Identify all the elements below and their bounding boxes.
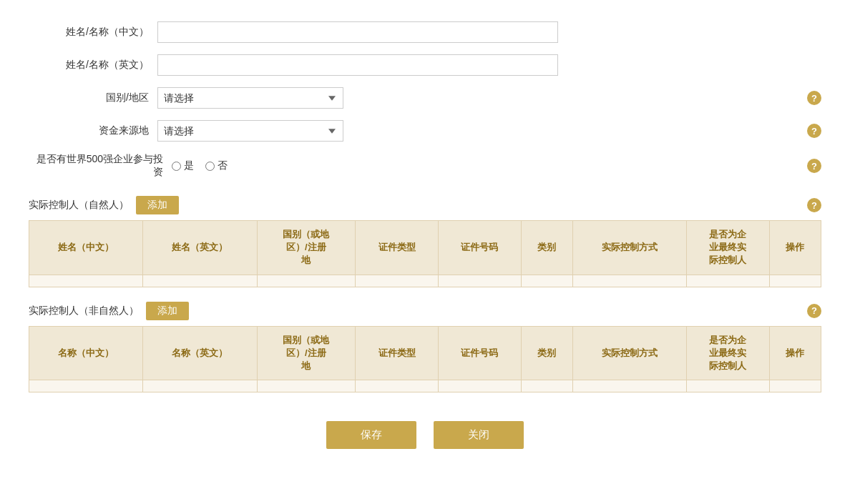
name-cn-content: 姓名/名称（中文） bbox=[29, 21, 558, 43]
non-natural-person-table-header-row: 名称（中文） 名称（英文） 国别（或地区）/注册地 证件类型 证件号码 类别 实… bbox=[29, 326, 821, 380]
footer-buttons: 保存 关闭 bbox=[29, 421, 821, 463]
np-empty-3 bbox=[257, 275, 356, 287]
world500-yes-label: 是 bbox=[184, 159, 194, 172]
funds-label: 资金来源地 bbox=[29, 124, 157, 137]
non-natural-person-table: 名称（中文） 名称（英文） 国别（或地区）/注册地 证件类型 证件号码 类别 实… bbox=[29, 326, 821, 393]
np-empty-6 bbox=[521, 275, 572, 287]
nnp-empty-4 bbox=[356, 380, 439, 392]
natural-person-table-header-row: 姓名（中文） 姓名（英文） 国别（或地区）/注册地 证件类型 证件号码 类别 实… bbox=[29, 221, 821, 275]
non-natural-person-header-left: 实际控制人（非自然人） 添加 bbox=[29, 302, 189, 320]
natural-person-section: 实际控制人（自然人） 添加 ? 姓名（中文） 姓名（英文） 国别（或地区）/注册… bbox=[29, 196, 821, 287]
natural-person-title: 实际控制人（自然人） bbox=[29, 199, 129, 212]
nnp-col-control-method: 实际控制方式 bbox=[572, 326, 686, 380]
np-empty-1 bbox=[29, 275, 143, 287]
funds-help-icon[interactable]: ? bbox=[807, 124, 821, 138]
world500-content: 是否有世界500强企业参与投资 是 否 bbox=[29, 153, 228, 179]
nnp-empty-9 bbox=[769, 380, 821, 392]
nnp-col-action: 操作 bbox=[769, 326, 821, 380]
save-button[interactable]: 保存 bbox=[326, 421, 416, 449]
world500-no-label: 否 bbox=[218, 159, 228, 172]
nnp-col-cert-no: 证件号码 bbox=[438, 326, 521, 380]
nnp-empty-2 bbox=[143, 380, 257, 392]
name-cn-row: 姓名/名称（中文） bbox=[29, 21, 821, 43]
close-button[interactable]: 关闭 bbox=[434, 421, 524, 449]
np-empty-2 bbox=[143, 275, 257, 287]
np-empty-7 bbox=[572, 275, 686, 287]
world500-radio-group: 是 否 bbox=[172, 159, 228, 172]
nnp-empty-8 bbox=[687, 380, 770, 392]
nnp-empty-6 bbox=[521, 380, 572, 392]
np-empty-5 bbox=[438, 275, 521, 287]
main-form: 姓名/名称（中文） 姓名/名称（英文） 国别/地区 请选择 ? 资金来源地 请选… bbox=[29, 21, 821, 179]
country-row: 国别/地区 请选择 ? bbox=[29, 87, 821, 109]
nnp-col-name-cn: 名称（中文） bbox=[29, 326, 143, 380]
np-col-cert-no: 证件号码 bbox=[438, 221, 521, 275]
non-natural-person-empty-row bbox=[29, 380, 821, 392]
nnp-col-category: 类别 bbox=[521, 326, 572, 380]
world500-no-radio-label[interactable]: 否 bbox=[205, 159, 228, 172]
name-cn-input[interactable] bbox=[157, 21, 558, 43]
nnp-empty-7 bbox=[572, 380, 686, 392]
world500-yes-radio[interactable] bbox=[172, 162, 181, 171]
country-label: 国别/地区 bbox=[29, 92, 157, 104]
name-en-content: 姓名/名称（英文） bbox=[29, 54, 558, 76]
non-natural-person-add-button[interactable]: 添加 bbox=[146, 302, 189, 320]
np-col-name-cn: 姓名（中文） bbox=[29, 221, 143, 275]
natural-person-empty-row bbox=[29, 275, 821, 287]
np-col-country: 国别（或地区）/注册地 bbox=[257, 221, 356, 275]
np-empty-4 bbox=[356, 275, 439, 287]
np-col-category: 类别 bbox=[521, 221, 572, 275]
funds-row: 资金来源地 请选择 ? bbox=[29, 120, 821, 142]
world500-yes-radio-label[interactable]: 是 bbox=[172, 159, 194, 172]
non-natural-person-section: 实际控制人（非自然人） 添加 ? 名称（中文） 名称（英文） 国别（或地区）/注… bbox=[29, 302, 821, 393]
np-col-action: 操作 bbox=[769, 221, 821, 275]
np-col-control-method: 实际控制方式 bbox=[572, 221, 686, 275]
np-empty-9 bbox=[769, 275, 821, 287]
country-help-icon[interactable]: ? bbox=[807, 91, 821, 105]
name-cn-label: 姓名/名称（中文） bbox=[29, 26, 157, 39]
np-col-is-ultimate: 是否为企业最终实际控制人 bbox=[687, 221, 770, 275]
non-natural-person-title: 实际控制人（非自然人） bbox=[29, 305, 139, 317]
nnp-col-name-en: 名称（英文） bbox=[143, 326, 257, 380]
non-natural-person-header: 实际控制人（非自然人） 添加 ? bbox=[29, 302, 821, 320]
non-natural-person-help-icon[interactable]: ? bbox=[807, 304, 821, 318]
np-col-cert-type: 证件类型 bbox=[356, 221, 439, 275]
natural-person-add-button[interactable]: 添加 bbox=[136, 196, 179, 214]
country-content: 国别/地区 请选择 bbox=[29, 87, 343, 109]
np-col-name-en: 姓名（英文） bbox=[143, 221, 257, 275]
nnp-empty-3 bbox=[257, 380, 356, 392]
funds-content: 资金来源地 请选择 bbox=[29, 120, 343, 142]
np-empty-8 bbox=[687, 275, 770, 287]
nnp-empty-5 bbox=[438, 380, 521, 392]
world500-no-radio[interactable] bbox=[205, 162, 215, 171]
nnp-col-is-ultimate: 是否为企业最终实际控制人 bbox=[687, 326, 770, 380]
nnp-col-cert-type: 证件类型 bbox=[356, 326, 439, 380]
natural-person-table: 姓名（中文） 姓名（英文） 国别（或地区）/注册地 证件类型 证件号码 类别 实… bbox=[29, 220, 821, 287]
world500-help-icon[interactable]: ? bbox=[807, 159, 821, 173]
funds-select[interactable]: 请选择 bbox=[157, 120, 343, 142]
name-en-row: 姓名/名称（英文） bbox=[29, 54, 821, 76]
natural-person-help-icon[interactable]: ? bbox=[807, 198, 821, 212]
world500-label: 是否有世界500强企业参与投资 bbox=[29, 153, 172, 179]
world500-row: 是否有世界500强企业参与投资 是 否 ? bbox=[29, 153, 821, 179]
country-select[interactable]: 请选择 bbox=[157, 87, 343, 109]
nnp-empty-1 bbox=[29, 380, 143, 392]
name-en-input[interactable] bbox=[157, 54, 558, 76]
nnp-col-country: 国别（或地区）/注册地 bbox=[257, 326, 356, 380]
natural-person-header-left: 实际控制人（自然人） 添加 bbox=[29, 196, 179, 214]
name-en-label: 姓名/名称（英文） bbox=[29, 59, 157, 71]
natural-person-header: 实际控制人（自然人） 添加 ? bbox=[29, 196, 821, 214]
